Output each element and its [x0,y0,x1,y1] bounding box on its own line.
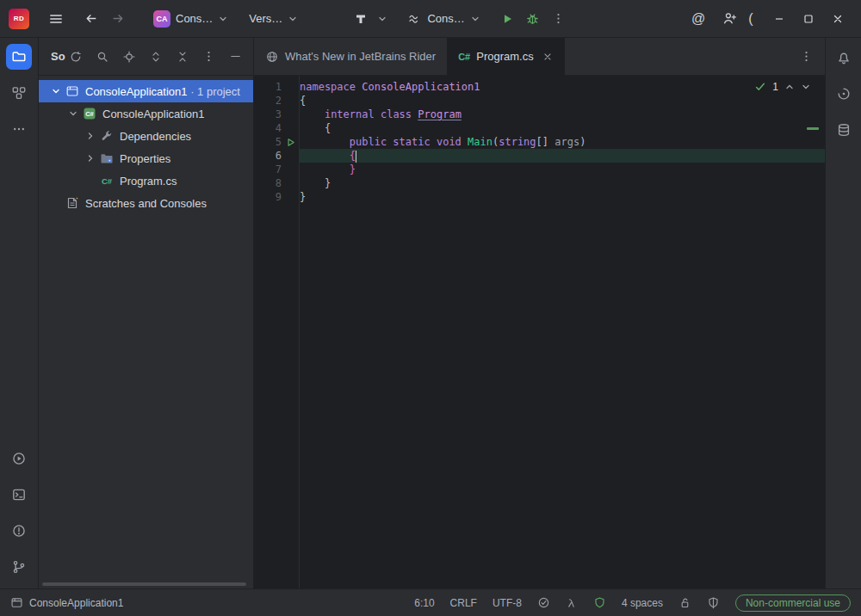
vcs-widget-label: Vers… [249,12,282,25]
code-text: { [299,121,825,135]
code-line[interactable]: 1namespace ConsoleApplication1 [254,80,825,94]
minimize-icon [772,12,786,26]
build-button[interactable] [348,6,374,32]
inspections-status-icon[interactable] [537,596,550,609]
code-line[interactable]: 4 { [254,121,825,135]
highlighting-level-icon[interactable] [566,597,578,609]
tree-item-project[interactable]: C# ConsoleApplication1 [39,102,253,125]
run-config-widget[interactable]: Cons… [403,9,485,29]
database-button[interactable] [831,117,857,143]
tool-terminal-button[interactable] [6,482,32,508]
more-actions-button[interactable] [546,6,572,32]
project-panel-header: So [39,38,253,76]
tool-structure-button[interactable] [6,80,32,106]
ai-chat-button[interactable] [831,81,857,107]
hide-panel-icon[interactable] [226,46,246,67]
tool-problems-button[interactable] [6,518,32,544]
collapse-all-icon[interactable] [172,46,193,67]
right-activity-bar [825,38,861,588]
prev-problem-icon[interactable] [784,82,795,92]
tree-item-dependencies[interactable]: Dependencies [39,125,253,147]
tree-item-program-cs[interactable]: C# Program.cs [39,169,253,192]
chevron-right-icon[interactable] [84,153,97,163]
tree-item-properties[interactable]: Properties [39,147,253,169]
more-tool-windows-button[interactable] [6,116,32,142]
line-number: 7 [254,163,282,176]
code-line[interactable]: 8 } [254,176,825,190]
maximize-button[interactable] [794,6,823,32]
code-line[interactable]: 7 } [254,163,825,176]
chevron-right-icon[interactable] [84,131,97,141]
run-gutter-icon[interactable] [282,135,299,149]
view-selector[interactable]: So [51,50,65,63]
back-button[interactable] [77,6,103,32]
text-caret [356,151,356,163]
editor-tabbar: What's New in JetBrains Rider C# Program… [254,38,825,76]
run-button[interactable] [494,6,520,32]
sync-icon[interactable] [65,46,86,67]
paren-icon: ( [748,12,753,26]
tool-vcs-button[interactable] [6,554,32,580]
chevron-down-icon [218,14,228,24]
chevron-down-icon[interactable] [66,108,80,119]
locate-icon[interactable] [119,46,139,67]
line-number: 1 [254,80,282,94]
arrow-right-icon [111,11,126,26]
gutter-spacer [282,149,299,163]
editor-area: What's New in JetBrains Rider C# Program… [254,38,825,588]
tool-project-button[interactable] [6,44,32,70]
tab-whats-new[interactable]: What's New in JetBrains Rider [254,38,447,76]
terminal-icon [11,487,27,502]
solution-analysis-shield-icon[interactable] [593,596,606,609]
indent-setting[interactable]: 4 spaces [622,597,663,609]
tree-item-label: ConsoleApplication1 [85,85,188,98]
code-editor[interactable]: 1namespace ConsoleApplication12{3 intern… [254,76,825,588]
minimize-button[interactable] [765,6,794,32]
ai-assistant-button[interactable]: @ [685,6,711,32]
panel-options-icon[interactable] [199,46,220,67]
forward-button[interactable] [105,6,131,32]
line-separator[interactable]: CRLF [450,597,477,609]
close-button[interactable] [823,6,852,32]
git-branch-icon [11,559,27,575]
analysis-stripe-mark[interactable] [807,127,819,130]
tree-item-label: ConsoleApplication1 [102,108,205,120]
tool-run-button[interactable] [6,446,32,471]
tab-options-button[interactable] [788,38,825,76]
code-with-me-button[interactable] [716,6,742,32]
chevron-down-icon[interactable] [49,86,63,96]
statusbar-project-widget[interactable]: ConsoleApplication1 [10,596,123,609]
tree-item-label: Program.cs [120,175,177,188]
code-line[interactable]: 6 { [254,149,825,163]
code-line[interactable]: 2{ [254,94,825,108]
tabbar-filler [565,38,788,76]
inspections-widget[interactable]: 1 [754,80,811,94]
search-icon[interactable] [92,46,113,67]
code-text: } [299,163,825,176]
debug-button[interactable] [520,6,546,32]
csharp-file-icon: C# [458,52,470,62]
license-badge[interactable]: Non-commercial use [735,594,851,612]
tree-item-scratches[interactable]: Scratches and Consoles [39,192,253,214]
chevron-down-icon [377,14,387,24]
code-line[interactable]: 9} [254,190,825,204]
tree-item-suffix: · 1 project [188,85,240,98]
code-line[interactable]: 5 public static void Main(string[] args) [254,135,825,149]
tab-program-cs[interactable]: C# Program.cs [447,38,565,76]
trust-shield-icon[interactable] [707,596,720,609]
expand-all-icon[interactable] [146,46,166,67]
horizontal-scrollbar[interactable] [42,582,246,586]
main-menu-button[interactable] [43,6,69,32]
code-line[interactable]: 3 internal class Program [254,108,825,121]
readonly-lock-icon[interactable] [678,596,691,609]
project-widget[interactable]: CA Cons… [148,7,233,31]
gutter-spacer [282,190,299,204]
file-encoding[interactable]: UTF-8 [492,597,522,609]
build-options-button[interactable] [374,6,391,32]
next-problem-icon[interactable] [801,82,811,92]
notifications-button[interactable] [831,45,857,71]
vcs-widget[interactable]: Vers… [244,9,303,28]
tree-item-solution[interactable]: ConsoleApplication1 · 1 project [39,80,253,102]
caret-position[interactable]: 6:10 [414,597,434,609]
close-tab-icon[interactable] [542,51,554,63]
